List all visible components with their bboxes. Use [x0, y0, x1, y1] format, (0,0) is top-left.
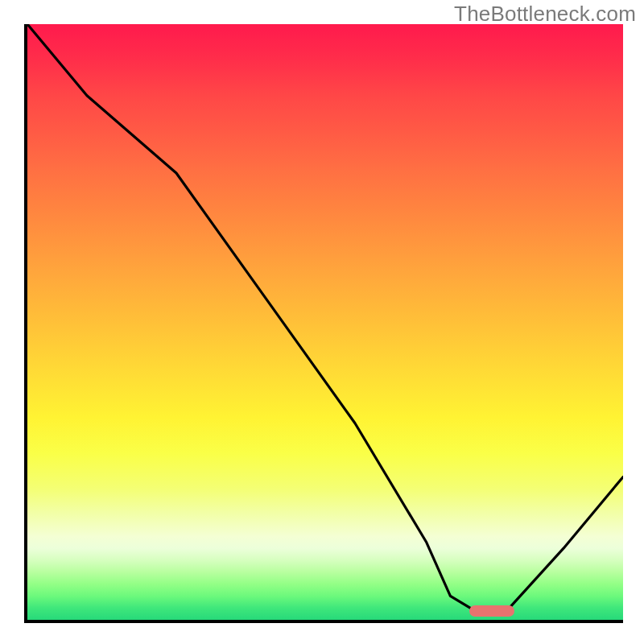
optimal-point-marker [469, 605, 514, 617]
bottleneck-curve [27, 24, 623, 620]
chart-container: TheBottleneck.com [0, 0, 644, 644]
plot-area [24, 24, 623, 623]
watermark-label: TheBottleneck.com [454, 2, 636, 27]
